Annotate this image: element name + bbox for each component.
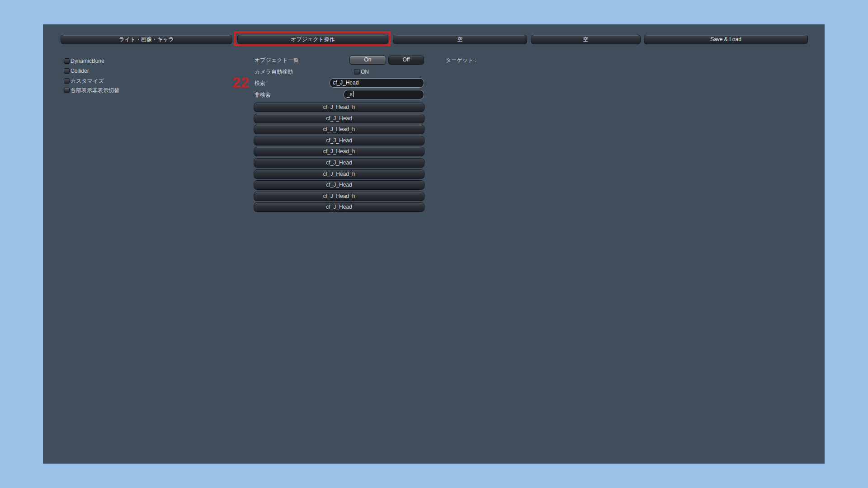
customize-checkbox[interactable] xyxy=(64,78,70,84)
object-button[interactable]: cf_J_Head_h xyxy=(254,192,425,201)
dynamicbone-label: DynamicBone xyxy=(71,58,104,64)
camera-on-row: ON xyxy=(354,68,369,75)
object-button[interactable]: cf_J_Head xyxy=(254,158,425,168)
camera-on-checkbox[interactable] xyxy=(354,69,360,75)
checkbox-row-part-visibility: 各部表示非表示切替 xyxy=(64,87,119,94)
collider-checkbox[interactable] xyxy=(64,68,70,74)
search-input-value: cf_J_Head xyxy=(333,80,359,86)
object-list-label: オブジェクト一覧 xyxy=(255,56,299,64)
tab-object-operation[interactable]: オブジェクト操作 xyxy=(237,35,388,44)
tab-empty-1[interactable]: 空 xyxy=(393,35,527,44)
tab-save-load[interactable]: Save & Load xyxy=(644,35,808,44)
annotation-number: 22 xyxy=(232,74,250,90)
target-label: ターゲット : xyxy=(446,56,476,64)
exclude-search-input[interactable]: _s xyxy=(344,90,424,99)
object-button[interactable]: cf_J_Head_h xyxy=(254,147,425,156)
exclude-search-input-value: _s xyxy=(347,91,353,98)
object-button[interactable]: cf_J_Head xyxy=(254,180,425,190)
camera-auto-move-label: カメラ自動移動 xyxy=(255,68,293,75)
camera-on-label: ON xyxy=(361,69,369,75)
customize-label: カスタマイズ xyxy=(71,77,104,85)
plugin-panel: ライト・画像・キャラ オブジェクト操作 空 空 Save & Load Dyna… xyxy=(43,24,825,464)
part-visibility-label: 各部表示非表示切替 xyxy=(71,87,119,94)
collider-label: Collider xyxy=(71,68,89,74)
object-button[interactable]: cf_J_Head xyxy=(254,202,425,212)
object-button[interactable]: cf_J_Head_h xyxy=(254,125,425,134)
tab-empty-2[interactable]: 空 xyxy=(531,35,641,44)
object-list-on-button[interactable]: On xyxy=(349,56,386,65)
object-list-off-button[interactable]: Off xyxy=(388,56,424,65)
checkbox-row-dynamicbone: DynamicBone xyxy=(64,57,104,65)
object-button[interactable]: cf_J_Head xyxy=(254,136,425,145)
exclude-search-label: 非検索 xyxy=(255,91,271,99)
checkbox-row-collider: Collider xyxy=(64,67,89,75)
object-button[interactable]: cf_J_Head_h xyxy=(254,169,425,179)
part-visibility-checkbox[interactable] xyxy=(64,88,70,93)
text-caret xyxy=(353,91,354,97)
checkbox-row-customize: カスタマイズ xyxy=(64,77,104,84)
search-input[interactable]: cf_J_Head xyxy=(330,78,424,88)
search-label: 検索 xyxy=(255,80,265,87)
object-button[interactable]: cf_J_Head_h xyxy=(254,103,425,112)
dynamicbone-checkbox[interactable] xyxy=(64,58,70,64)
object-button[interactable]: cf_J_Head xyxy=(254,114,425,123)
tab-light-image-chara[interactable]: ライト・画像・キャラ xyxy=(61,35,232,44)
object-button-list: cf_J_Head_h cf_J_Head cf_J_Head_h cf_J_H… xyxy=(254,103,425,212)
